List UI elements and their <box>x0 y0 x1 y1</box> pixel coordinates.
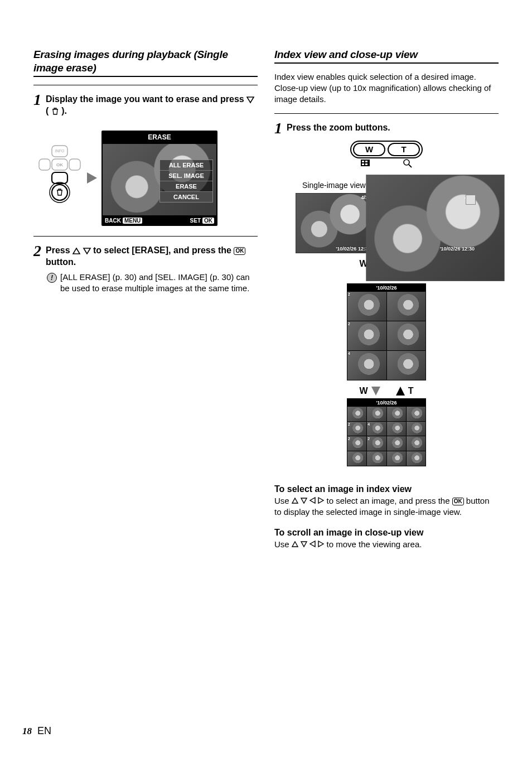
up-triangle-icon <box>72 248 80 254</box>
flower-bg <box>296 194 373 253</box>
index-cell[interactable] <box>407 451 425 466</box>
svg-rect-3 <box>69 159 80 170</box>
left-triangle-icon <box>309 497 316 504</box>
right-column: Index view and close-up view Index view … <box>274 48 499 550</box>
text: to select an image, and press the <box>327 496 452 505</box>
zoom-w-button[interactable]: W <box>353 143 385 156</box>
svg-rect-11 <box>365 163 367 165</box>
erase-step-1: 1 Display the image you want to erase an… <box>33 93 258 117</box>
index-cell[interactable]: 2 <box>347 422 366 436</box>
svg-point-5 <box>52 185 67 200</box>
index-cell[interactable]: 2 <box>347 436 366 451</box>
index-cell[interactable] <box>387 292 426 321</box>
lcd-back: BACKMENU <box>105 218 142 224</box>
magnifier-overlay-icon <box>466 195 476 205</box>
up-triangle-icon <box>292 498 298 504</box>
dpad-ok-label: OK <box>56 162 63 167</box>
zoom-sub-icons <box>274 158 499 170</box>
index-cell[interactable]: 2 <box>347 321 386 350</box>
lcd-footer: BACKMENU SETOK <box>103 215 216 225</box>
sub2-body: Use to move the viewing area. <box>274 539 499 550</box>
index-grid-4x4: 2 4 2 2 <box>347 407 425 466</box>
left-triangle-icon <box>309 541 316 547</box>
menu-erase[interactable]: ERASE <box>160 181 212 192</box>
index-cell[interactable] <box>387 321 426 350</box>
text: to select [ERASE], and press the <box>93 245 231 255</box>
arrow-down-icon <box>371 387 380 396</box>
arrow-up-icon <box>396 387 405 396</box>
w-label: W <box>360 386 368 396</box>
index-cell[interactable] <box>347 451 366 466</box>
index-cell[interactable] <box>387 436 406 451</box>
magnify-icon <box>391 158 424 170</box>
index-cell[interactable] <box>367 451 386 466</box>
arrow-right-icon <box>87 172 97 184</box>
sub1-body: Use to select an image, and press the OK… <box>274 495 499 518</box>
step-text: Press the zoom buttons. <box>287 122 390 134</box>
index-cell[interactable]: 4 <box>367 422 386 436</box>
text: to move the viewing area. <box>327 539 422 549</box>
rule <box>33 85 258 85</box>
index-screen-4x: '10/02/26 2 4 2 2 <box>347 398 426 466</box>
index-cell[interactable] <box>387 407 406 421</box>
sub-heading-scroll: To scroll an image in close-up view <box>274 528 499 538</box>
svg-rect-9 <box>365 161 367 162</box>
single-view-label: Single-image view <box>302 181 366 190</box>
index-cell[interactable] <box>407 422 425 436</box>
index-cell[interactable] <box>407 407 425 421</box>
flower-bg <box>366 175 504 281</box>
intro-text: Index view enables quick selection of a … <box>274 71 499 105</box>
t-label: T <box>408 386 414 396</box>
language-code: EN <box>37 725 51 737</box>
index-cell[interactable] <box>387 451 406 466</box>
text: SET <box>190 218 201 224</box>
menu-sel-image[interactable]: SEL. IMAGE <box>160 171 212 181</box>
index-cell[interactable] <box>387 351 426 380</box>
text: ). <box>61 106 67 115</box>
index-screen-2x: '10/02/26 2 2 4 <box>347 283 426 380</box>
index-section-title: Index view and close-up view <box>274 48 499 64</box>
left-column: Erasing images during playback (Single i… <box>33 48 258 550</box>
views-row: 4/30 '10/02/26 12:30 W T 4/30 '10/02/26 … <box>274 193 499 253</box>
lcd-body: ALL ERASE SEL. IMAGE ERASE CANCEL <box>103 144 216 215</box>
dpad-icon: INFO OK <box>38 144 81 211</box>
index-date: '10/02/26 <box>347 399 425 407</box>
svg-line-13 <box>409 165 412 167</box>
index-cell[interactable] <box>387 422 406 436</box>
svg-rect-10 <box>362 163 364 165</box>
down-triangle-icon <box>301 541 307 547</box>
step-text: Display the image you want to erase and … <box>46 93 258 117</box>
index-cell[interactable] <box>407 436 425 451</box>
wt-row-2: W T <box>274 386 499 396</box>
erase-menu: ALL ERASE SEL. IMAGE ERASE CANCEL <box>159 160 213 202</box>
trash-icon <box>51 107 59 115</box>
zoom-t-button[interactable]: T <box>388 143 420 156</box>
text: Display the image you want to erase and … <box>46 94 246 104</box>
menu-all-erase[interactable]: ALL ERASE <box>160 160 212 171</box>
svg-rect-8 <box>362 161 364 162</box>
index-cell[interactable]: 2 <box>347 292 386 321</box>
erase-step-2: 2 Press to select [ERASE], and press the… <box>33 244 258 268</box>
menu-cancel[interactable]: CANCEL <box>160 192 212 202</box>
index-cell[interactable] <box>367 407 386 421</box>
svg-point-6 <box>50 182 70 202</box>
lcd-set: SETOK <box>190 218 214 224</box>
menu-tag: MENU <box>123 218 142 224</box>
index-step-1: 1 Press the zoom buttons. <box>274 122 499 137</box>
index-cell[interactable] <box>347 407 366 421</box>
index-date: '10/02/26 <box>347 284 425 292</box>
erase-section-title: Erasing images during playback (Single i… <box>33 48 258 77</box>
page: Erasing images during playback (Single i… <box>0 0 532 572</box>
sub-heading-select: To select an image in index view <box>274 484 499 494</box>
svg-point-12 <box>404 160 409 165</box>
index-cell[interactable]: 4 <box>347 351 386 380</box>
index-cell[interactable]: 2 <box>367 436 386 451</box>
up-triangle-icon <box>292 541 298 547</box>
step-text: Press to select [ERASE], and press the O… <box>46 244 258 268</box>
single-view-thumb: 4/30 '10/02/26 12:30 <box>296 193 374 253</box>
index-grid-icon <box>349 158 381 170</box>
rule <box>33 236 258 237</box>
ok-button-icon: OK <box>234 247 245 255</box>
page-footer: 18 EN <box>22 725 51 737</box>
close-view-thumb: 4/30 '10/02/26 12:30 <box>399 193 477 253</box>
